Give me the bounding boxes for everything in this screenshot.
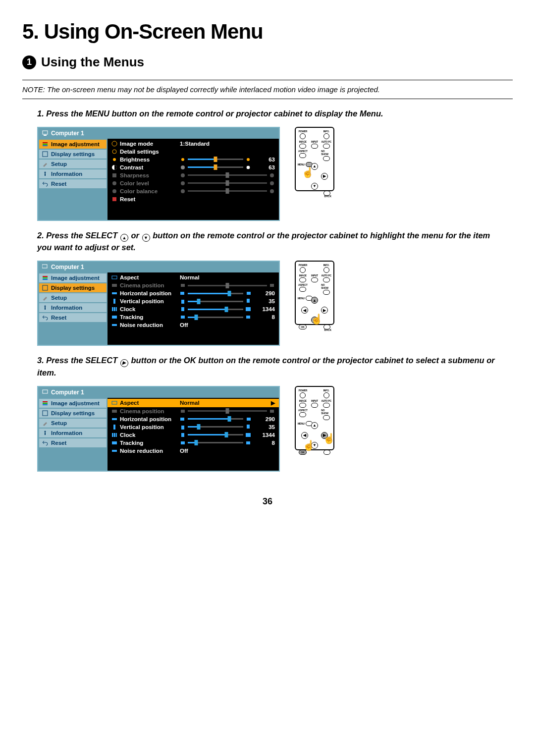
row-aspect[interactable]: AspectNormal xyxy=(107,273,279,281)
sidebar-item-label: Information xyxy=(51,430,82,436)
info-button[interactable] xyxy=(323,133,329,139)
clock-icon xyxy=(111,306,117,312)
row-value: 290 xyxy=(255,416,275,422)
power-button[interactable] xyxy=(300,133,306,139)
monitor-icon xyxy=(42,389,48,395)
row-label: Contrast xyxy=(120,164,143,170)
input-button[interactable] xyxy=(311,144,318,149)
sidebar-item-setup[interactable]: Setup xyxy=(39,293,107,302)
image-button[interactable] xyxy=(299,277,306,282)
sidebar-item-reset[interactable]: Reset xyxy=(39,313,107,322)
power-button[interactable] xyxy=(300,392,306,398)
info-icon xyxy=(42,305,48,311)
row-brightness[interactable]: Brightness63 xyxy=(107,156,279,163)
row-clock[interactable]: Clock1344 xyxy=(107,305,279,313)
sidebar-item-information[interactable]: Information xyxy=(39,429,107,437)
noshow-button[interactable] xyxy=(323,415,330,420)
dpad-left[interactable]: ◀ xyxy=(301,307,308,314)
noshow-button[interactable] xyxy=(323,290,330,295)
row-horizontal-position[interactable]: Horizontal position290 xyxy=(107,289,279,297)
row-clock[interactable]: Clock1344 xyxy=(107,431,279,439)
back-button[interactable] xyxy=(323,450,330,455)
svg-rect-65 xyxy=(247,418,251,421)
sidebar-item-label: Image adjustment xyxy=(51,400,100,406)
sidebar-item-display-settings[interactable]: Display settings xyxy=(39,409,107,418)
svg-point-21 xyxy=(270,181,274,185)
tracking-icon xyxy=(111,440,117,446)
row-image-mode[interactable]: Image mode1:Standard xyxy=(107,140,279,148)
down-icon xyxy=(180,298,186,304)
dpad-right[interactable]: ▶ xyxy=(321,173,328,180)
svg-rect-37 xyxy=(112,292,117,294)
power-button[interactable] xyxy=(300,267,306,273)
row-tracking[interactable]: Tracking8 xyxy=(107,439,279,447)
row-noise-reduction[interactable]: Noise reductionOff xyxy=(107,447,279,455)
svg-rect-4 xyxy=(43,145,48,146)
high-icon xyxy=(269,188,275,194)
aspect-button[interactable] xyxy=(299,287,306,292)
svg-point-22 xyxy=(112,189,116,193)
row-contrast[interactable]: Contrast63 xyxy=(107,163,279,171)
dpad-up[interactable]: ▲ xyxy=(311,297,318,304)
vpos-icon xyxy=(111,298,117,304)
row-cinema-position: Cinema position xyxy=(107,281,279,289)
divider xyxy=(22,80,513,80)
svg-rect-16 xyxy=(112,173,116,177)
wide-icon xyxy=(245,432,251,438)
row-value: Off xyxy=(180,448,214,454)
sidebar-item-reset[interactable]: Reset xyxy=(39,438,107,447)
autopc-button[interactable] xyxy=(323,144,330,149)
ok-button[interactable]: OK xyxy=(299,324,307,329)
row-aspect-selected[interactable]: AspectNormal▶ xyxy=(107,399,279,407)
dpad-left[interactable]: ◀ xyxy=(301,432,308,439)
row-vertical-position[interactable]: Vertical position35 xyxy=(107,423,279,431)
dpad-up[interactable]: ▲ xyxy=(311,422,318,429)
wrench-icon xyxy=(42,161,48,167)
noshow-button[interactable] xyxy=(323,156,330,161)
info-button[interactable] xyxy=(323,267,329,273)
sidebar-item-information[interactable]: Information xyxy=(39,303,107,312)
svg-rect-72 xyxy=(181,433,184,437)
sidebar-item-information[interactable]: Information xyxy=(39,169,107,178)
aspect-button[interactable] xyxy=(299,153,306,158)
image-button[interactable] xyxy=(299,144,306,149)
aspect-button[interactable] xyxy=(299,412,306,417)
sidebar-item-setup[interactable]: Setup xyxy=(39,160,107,168)
svg-rect-66 xyxy=(113,425,115,430)
osd-sidebar: Image adjustment Display settings Setup … xyxy=(38,398,107,471)
image-button[interactable] xyxy=(299,403,306,408)
row-value: 63 xyxy=(255,157,275,162)
left-icon xyxy=(180,282,186,288)
osd-title-label: Computer 1 xyxy=(51,130,84,137)
row-color-balance: Color balance xyxy=(107,187,279,195)
osd-content: Image mode1:Standard Detail settings Bri… xyxy=(107,139,279,220)
left-icon xyxy=(180,314,186,320)
sidebar-item-setup[interactable]: Setup xyxy=(39,419,107,428)
high-icon xyxy=(269,180,275,186)
row-detail-settings[interactable]: Detail settings xyxy=(107,148,279,156)
row-vertical-position[interactable]: Vertical position35 xyxy=(107,297,279,305)
info-button[interactable] xyxy=(323,392,329,398)
sidebar-item-image-adjustment[interactable]: Image adjustment xyxy=(39,399,107,408)
dpad-down[interactable]: ▼ xyxy=(311,183,318,190)
autopc-button[interactable] xyxy=(323,277,330,282)
row-horizontal-position[interactable]: Horizontal position290 xyxy=(107,415,279,423)
svg-rect-48 xyxy=(112,316,117,319)
row-reset[interactable]: Reset xyxy=(107,195,279,203)
right-icon xyxy=(245,440,251,446)
autopc-button[interactable] xyxy=(323,403,330,408)
dpad-right[interactable]: ▶ xyxy=(321,307,328,314)
sidebar-item-image-adjustment[interactable]: Image adjustment xyxy=(39,140,107,149)
hand-pointer-icon: ☝ xyxy=(303,439,315,451)
sidebar-item-display-settings[interactable]: Display settings xyxy=(39,283,107,292)
input-button[interactable] xyxy=(311,403,318,408)
page-title: 5. Using On-Screen Menu xyxy=(22,20,513,44)
sidebar-item-display-settings[interactable]: Display settings xyxy=(39,150,107,159)
svg-rect-2 xyxy=(43,142,48,143)
sidebar-item-image-adjustment[interactable]: Image adjustment xyxy=(39,273,107,282)
remote-control-diagram-3: POWER INFO. IMAGE INPUT AUTO PC ASPECT N… xyxy=(295,386,334,450)
row-tracking[interactable]: Tracking8 xyxy=(107,313,279,321)
sidebar-item-reset[interactable]: Reset xyxy=(39,179,107,188)
row-noise-reduction[interactable]: Noise reductionOff xyxy=(107,321,279,329)
input-button[interactable] xyxy=(311,277,318,282)
